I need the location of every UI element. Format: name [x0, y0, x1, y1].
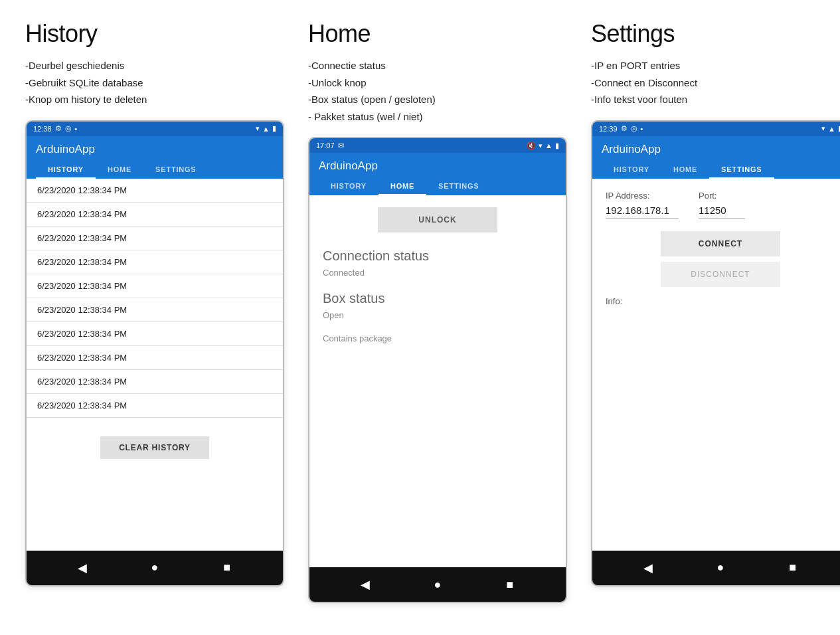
clear-history-button[interactable]: CLEAR HISTORY [100, 436, 209, 459]
settings-description: -IP en PORT entries -Connect en Disconne… [591, 57, 697, 108]
settings-tabs: HISTORY HOME SETTINGS [602, 161, 839, 179]
home-nav-button[interactable]: ● [710, 557, 731, 579]
home-description: -Connectie status -Unlock knop -Box stat… [308, 57, 436, 125]
settings-phone: 12:39 ⚙ ◎ ▪ ▾ ▲ ▮ ArduinoApp HISTORY HOM… [591, 120, 840, 587]
location-icon: ◎ [631, 124, 637, 133]
settings-buttons: CONNECT DISCONNECT [606, 231, 835, 287]
message-icon: ✉ [338, 141, 344, 150]
wifi-icon: ▾ [256, 124, 260, 133]
settings-app-title: ArduinoApp [602, 143, 839, 161]
home-nav-button[interactable]: ● [427, 574, 448, 595]
port-field-group: Port: [699, 191, 745, 219]
home-column: Home -Connectie status -Unlock knop -Box… [296, 20, 579, 603]
square-icon: ■ [506, 578, 513, 592]
battery-icon: ▮ [555, 141, 559, 150]
tab-home-history[interactable]: HISTORY [319, 178, 378, 195]
recents-nav-button[interactable]: ■ [499, 574, 521, 595]
history-content: 6/23/2020 12:38:34 PM 6/23/2020 12:38:34… [27, 179, 283, 551]
list-item: 6/23/2020 12:38:34 PM [27, 370, 283, 394]
time-display: 12:39 [599, 125, 618, 133]
settings-column: Settings -IP en PORT entries -Connect en… [579, 20, 840, 587]
home-tabs: HISTORY HOME SETTINGS [319, 178, 556, 195]
battery-full-icon: ▮ [272, 124, 276, 133]
settings-title: Settings [591, 20, 675, 48]
list-item: 6/23/2020 12:38:34 PM [27, 394, 283, 418]
disconnect-button[interactable]: DISCONNECT [661, 262, 780, 287]
time-display: 17:07 [316, 141, 335, 149]
gear-icon: ⚙ [621, 124, 628, 133]
back-nav-button[interactable]: ◀ [637, 557, 659, 579]
home-nav-bar: ◀ ● ■ [309, 567, 566, 602]
tab-home-settings[interactable]: SETTINGS [426, 178, 491, 195]
time-display: 12:38 [33, 125, 52, 133]
recents-nav-button[interactable]: ■ [782, 557, 803, 579]
history-nav-bar: ◀ ● ■ [27, 551, 283, 585]
history-column: History -Deurbel geschiedenis -Gebruikt … [13, 20, 296, 587]
settings-app-bar: ArduinoApp HISTORY HOME SETTINGS [592, 136, 840, 179]
history-description: -Deurbel geschiedenis -Gebruikt SQLite d… [25, 57, 147, 108]
battery-icon: ▪ [641, 125, 643, 133]
tab-history-history[interactable]: HISTORY [36, 161, 96, 179]
port-input[interactable] [699, 203, 745, 219]
tab-settings-history[interactable]: HISTORY [602, 161, 661, 179]
signal-icon: ▲ [828, 125, 835, 133]
wifi-icon: ▾ [539, 141, 543, 150]
list-item: 6/23/2020 12:38:34 PM [27, 298, 283, 322]
list-item: 6/23/2020 12:38:34 PM [27, 179, 283, 203]
tab-settings-home[interactable]: HOME [661, 161, 709, 179]
ip-field-group: IP Address: [606, 191, 679, 219]
history-title: History [25, 20, 98, 48]
back-nav-button[interactable]: ◀ [355, 574, 376, 595]
connect-button[interactable]: CONNECT [661, 231, 780, 256]
connection-status-title: Connection status [323, 248, 552, 264]
settings-nav-bar: ◀ ● ■ [592, 551, 840, 585]
gear-icon: ⚙ [55, 124, 62, 133]
home-app-title: ArduinoApp [319, 159, 556, 178]
history-tabs: HISTORY HOME SETTINGS [36, 161, 274, 179]
back-icon: ◀ [78, 561, 87, 575]
list-item: 6/23/2020 12:38:34 PM [27, 250, 283, 274]
history-app-title: ArduinoApp [36, 143, 274, 161]
battery-icon: ▪ [75, 125, 78, 133]
box-status-package: Contains package [323, 333, 552, 343]
info-label: Info: [606, 296, 835, 306]
history-app-bar: ArduinoApp HISTORY HOME SETTINGS [27, 136, 283, 179]
settings-status-bar: 12:39 ⚙ ◎ ▪ ▾ ▲ ▮ [592, 122, 840, 136]
tab-settings-settings[interactable]: SETTINGS [709, 161, 774, 179]
home-app-bar: ArduinoApp HISTORY HOME SETTINGS [309, 153, 566, 195]
list-item: 6/23/2020 12:38:34 PM [27, 203, 283, 227]
port-label: Port: [699, 191, 745, 201]
ip-input[interactable] [606, 203, 679, 219]
back-icon: ◀ [643, 561, 653, 575]
connection-status-value: Connected [323, 268, 552, 278]
circle-icon: ● [151, 561, 159, 575]
home-title: Home [308, 20, 371, 48]
list-item: 6/23/2020 12:38:34 PM [27, 274, 283, 298]
recents-nav-button[interactable]: ■ [216, 557, 238, 579]
home-status-bar: 17:07 ✉ 🔇 ▾ ▲ ▮ [309, 138, 566, 153]
settings-content-area: IP Address: Port: CONNECT DISCONNECT Inf… [592, 179, 840, 551]
back-icon: ◀ [361, 577, 370, 592]
tab-history-settings[interactable]: SETTINGS [143, 161, 208, 179]
back-nav-button[interactable]: ◀ [72, 557, 93, 579]
box-status-open: Open [323, 310, 552, 320]
signal-icon: ▲ [262, 125, 270, 133]
list-item: 6/23/2020 12:38:34 PM [27, 227, 283, 250]
square-icon: ■ [789, 561, 796, 575]
signal-icon: ▲ [545, 141, 552, 149]
unlock-button[interactable]: UNLOCK [378, 207, 497, 232]
history-phone: 12:38 ⚙ ◎ ▪ ▾ ▲ ▮ ArduinoApp HISTORY HOM… [25, 120, 284, 587]
home-nav-button[interactable]: ● [144, 557, 165, 579]
home-phone: 17:07 ✉ 🔇 ▾ ▲ ▮ ArduinoApp HISTORY HOME … [308, 137, 567, 603]
wifi-icon: ▾ [821, 124, 825, 133]
tab-home-home[interactable]: HOME [378, 178, 426, 195]
circle-icon: ● [717, 561, 724, 575]
box-status-title: Box status [323, 291, 552, 306]
mute-icon: 🔇 [527, 141, 536, 150]
tab-history-home[interactable]: HOME [96, 161, 143, 179]
square-icon: ■ [223, 561, 230, 575]
home-content: UNLOCK Connection status Connected Box s… [309, 195, 566, 567]
ip-label: IP Address: [606, 191, 679, 201]
history-list: 6/23/2020 12:38:34 PM 6/23/2020 12:38:34… [27, 179, 283, 418]
settings-fields-row: IP Address: Port: [606, 191, 835, 219]
